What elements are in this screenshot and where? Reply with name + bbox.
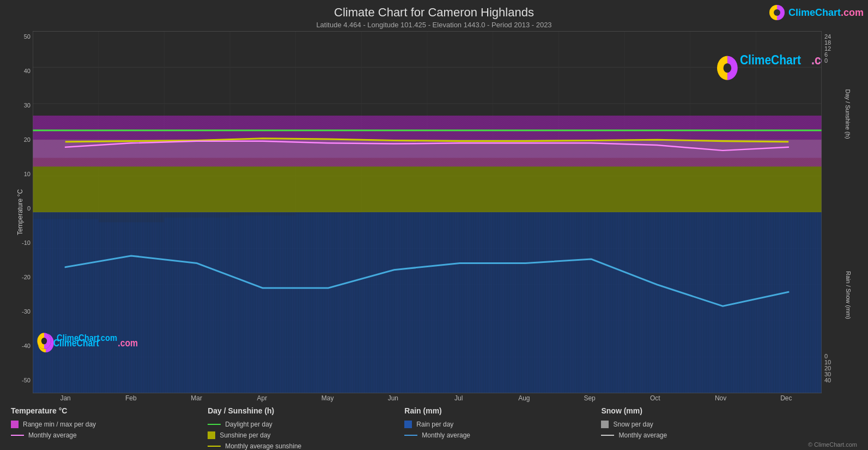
- legend-sunshine-avg-icon: [208, 446, 221, 447]
- x-jul: Jul: [426, 394, 491, 402]
- legend-temp-range-label: Range min / max per day: [23, 421, 96, 428]
- svg-point-57: [41, 338, 47, 344]
- legend-temp-range-icon: [11, 421, 19, 428]
- y-axis-left-title: Temperature °C: [16, 189, 24, 235]
- x-may: May: [295, 394, 360, 402]
- x-oct: Oct: [622, 394, 688, 402]
- svg-point-59: [724, 63, 732, 73]
- legend-temp-title: Temperature °C: [11, 406, 208, 415]
- y-left-n50: -50: [4, 377, 31, 383]
- x-dec: Dec: [754, 394, 819, 402]
- svg-text:.com: .com: [811, 52, 822, 68]
- legend-snow-icon: [601, 421, 609, 428]
- logo-top-right: ClimeChart.com: [769, 4, 864, 21]
- y-left-40: 40: [4, 68, 31, 74]
- x-apr: Apr: [229, 394, 295, 402]
- legend-section: Temperature °C Range min / max per day M…: [0, 402, 868, 450]
- logo-icon-top: [769, 4, 785, 21]
- x-sep: Sep: [557, 394, 622, 402]
- y-right1-0: 0: [824, 58, 852, 64]
- legend-col-snow: Snow (mm) Snow per day Monthly average: [601, 406, 798, 450]
- legend-snow-label: Snow per day: [613, 421, 653, 428]
- y-left-n30: -30: [4, 309, 31, 315]
- chart-container: Climate Chart for Cameron Highlands Lati…: [0, 0, 868, 450]
- legend-rain-icon: [404, 421, 412, 428]
- legend-col-sunshine: Day / Sunshine (h) Daylight per day Suns…: [208, 406, 404, 450]
- x-jun: Jun: [360, 394, 426, 402]
- legend-rain-per-day: Rain per day: [404, 421, 601, 428]
- title-section: Climate Chart for Cameron Highlands Lati…: [0, 5, 868, 29]
- legend-snow-per-day: Snow per day: [601, 421, 798, 428]
- rain-bars: [33, 212, 822, 393]
- svg-point-1: [774, 9, 780, 16]
- legend-sunshine-avg-label: Monthly average sunshine: [225, 442, 301, 450]
- y-axis-right1-title: Day / Sunshine (h): [844, 89, 851, 139]
- legend-sunshine-per-day: Sunshine per day: [208, 431, 404, 439]
- legend-sunshine-title: Day / Sunshine (h): [208, 406, 404, 415]
- legend-temp-range: Range min / max per day: [11, 421, 208, 428]
- legend-temp-avg-label: Monthly average: [28, 431, 77, 439]
- y-left-n20: -20: [4, 274, 31, 280]
- logo-text-pink-bottom: .com: [118, 337, 138, 349]
- y-left-20: 20: [4, 137, 31, 143]
- x-axis: Jan Feb Mar Apr May Jun Jul Aug Sep Oct …: [33, 393, 819, 402]
- y-axis-right2-title: Rain / Snow (mm): [845, 271, 852, 319]
- x-nov: Nov: [688, 394, 754, 402]
- y-right1-12: 12: [824, 46, 852, 52]
- chart-subtitle: Latitude 4.464 - Longitude 101.425 - Ele…: [0, 21, 868, 29]
- svg-text:ClimeChart: ClimeChart: [740, 52, 801, 68]
- x-feb: Feb: [98, 394, 163, 402]
- y-left-10: 10: [4, 171, 31, 177]
- watermark: © ClimeChart.com: [808, 441, 857, 448]
- legend-snow-avg: Monthly average: [601, 431, 798, 439]
- y-right1-6: 6: [824, 52, 852, 58]
- x-mar: Mar: [164, 394, 229, 402]
- legend-rain-title: Rain (mm): [404, 406, 601, 415]
- legend-rain-label: Rain per day: [416, 421, 453, 428]
- legend-sunshine-avg: Monthly average sunshine: [208, 442, 404, 450]
- main-chart-svg: ClimeChart .com ClimeChart .com ClimeCha…: [33, 31, 822, 393]
- legend-daylight-label: Daylight per day: [225, 421, 272, 428]
- legend-sunshine-label: Sunshine per day: [220, 431, 270, 439]
- legend-rain-avg-label: Monthly average: [422, 431, 470, 439]
- legend-rain-avg: Monthly average: [404, 431, 601, 439]
- legend-snow-avg-icon: [601, 435, 614, 436]
- legend-sunshine-icon: [208, 431, 215, 439]
- svg-rect-44: [33, 212, 822, 393]
- chart-title: Climate Chart for Cameron Highlands: [0, 5, 868, 20]
- legend-snow-title: Snow (mm): [601, 406, 798, 415]
- legend-rain-avg-icon: [404, 435, 417, 436]
- legend-col-temperature: Temperature °C Range min / max per day M…: [11, 406, 208, 450]
- y-left-n40: -40: [4, 343, 31, 349]
- legend-col-rain: Rain (mm) Rain per day Monthly average: [404, 406, 601, 450]
- legend-daylight-icon: [208, 424, 221, 425]
- x-aug: Aug: [491, 394, 557, 402]
- y-left-n10: -10: [4, 240, 31, 246]
- y-left-30: 30: [4, 103, 31, 109]
- y-right2-40: 40: [824, 377, 852, 383]
- svg-text:.com: .com: [99, 333, 117, 343]
- legend-temp-avg: Monthly average: [11, 431, 208, 439]
- legend-snow-avg-label: Monthly average: [618, 431, 667, 439]
- legend-temp-avg-icon: [11, 435, 24, 436]
- x-jan: Jan: [33, 394, 98, 402]
- y-left-50: 50: [4, 34, 31, 40]
- logo-text-blue-bottom: ClimeChart: [53, 337, 99, 349]
- legend-daylight: Daylight per day: [208, 421, 404, 428]
- logo-text-top: ClimeChart.com: [788, 7, 864, 19]
